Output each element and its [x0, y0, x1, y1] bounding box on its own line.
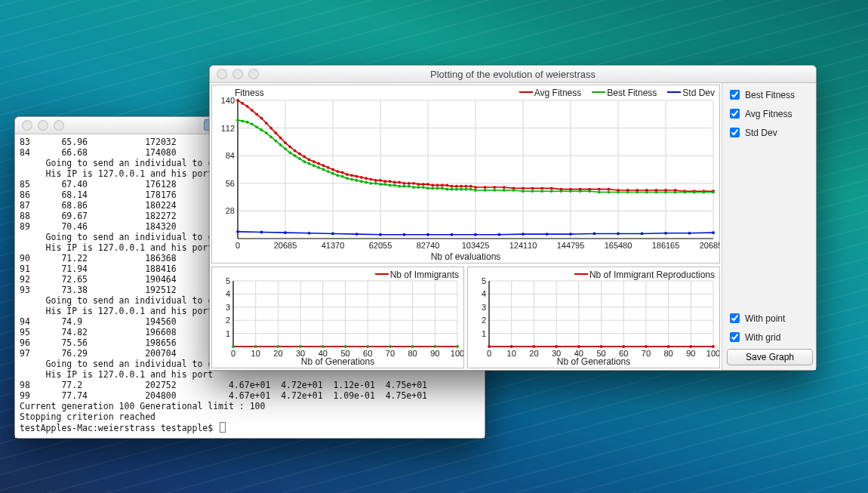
minimize-icon[interactable] — [232, 69, 243, 79]
svg-point-295 — [689, 346, 692, 349]
checkbox-with-point[interactable]: With point — [727, 311, 813, 325]
svg-point-64 — [379, 179, 382, 182]
immigrants-chart[interactable]: 010203040506070809010012345Nb of Immigra… — [211, 267, 464, 368]
checkbox-with-grid[interactable]: With grid — [727, 330, 813, 344]
svg-point-198 — [522, 233, 525, 236]
svg-point-167 — [540, 189, 543, 193]
svg-point-151 — [431, 186, 434, 189]
svg-point-194 — [426, 233, 429, 236]
svg-point-165 — [522, 189, 525, 193]
svg-text:3: 3 — [482, 303, 486, 312]
close-icon[interactable] — [217, 69, 227, 79]
plot-content: 0206854137062055827401034251241101447951… — [210, 83, 816, 370]
traffic-lights[interactable] — [15, 120, 64, 131]
svg-point-200 — [569, 233, 572, 236]
svg-point-58 — [350, 174, 353, 177]
close-icon[interactable] — [22, 120, 32, 131]
svg-point-292 — [622, 346, 625, 349]
svg-point-204 — [664, 232, 667, 235]
svg-text:84: 84 — [226, 151, 235, 160]
checkbox-label: Best Fitness — [745, 90, 795, 100]
zoom-icon[interactable] — [248, 69, 259, 79]
traffic-lights[interactable] — [210, 69, 259, 79]
svg-text:1: 1 — [482, 329, 486, 338]
fitness-chart[interactable]: 0206854137062055827401034251241101447951… — [211, 85, 720, 263]
checkbox-label: With point — [745, 313, 785, 324]
svg-point-251 — [456, 346, 459, 349]
svg-point-296 — [712, 346, 715, 349]
svg-point-71 — [412, 182, 415, 185]
checkbox-avg-fitness[interactable]: Avg Fitness — [727, 106, 813, 121]
checkbox-std-dev[interactable]: Std Dev — [727, 125, 813, 140]
svg-point-135 — [356, 179, 359, 182]
svg-point-154 — [445, 188, 448, 191]
svg-point-176 — [626, 191, 629, 194]
svg-point-147 — [412, 186, 415, 189]
svg-point-138 — [370, 182, 373, 185]
svg-text:2: 2 — [482, 316, 486, 325]
minimize-icon[interactable] — [38, 120, 48, 131]
checkbox-input[interactable] — [730, 109, 740, 119]
svg-point-86 — [493, 186, 496, 189]
svg-text:124110: 124110 — [509, 241, 537, 250]
svg-point-160 — [474, 189, 477, 192]
svg-point-128 — [322, 168, 325, 171]
checkbox-input[interactable] — [730, 332, 740, 342]
checkbox-best-fitness[interactable]: Best Fitness — [727, 88, 813, 102]
svg-point-191 — [356, 233, 359, 236]
plot-titlebar[interactable]: Plotting of the evolution of weierstrass — [210, 66, 816, 83]
svg-point-249 — [411, 346, 414, 349]
svg-text:62055: 62055 — [369, 241, 392, 250]
svg-point-164 — [512, 189, 516, 192]
svg-point-183 — [693, 191, 696, 194]
svg-point-127 — [317, 166, 320, 169]
svg-point-82 — [465, 185, 468, 188]
save-graph-button[interactable]: Save Graph — [727, 349, 813, 365]
svg-point-39 — [260, 117, 263, 120]
svg-point-97 — [598, 188, 601, 191]
checkbox-input[interactable] — [730, 128, 740, 137]
svg-point-133 — [346, 177, 349, 180]
svg-point-123 — [298, 157, 301, 160]
svg-point-84 — [474, 186, 477, 189]
svg-point-203 — [641, 233, 644, 236]
svg-point-117 — [269, 135, 272, 138]
svg-point-65 — [383, 180, 386, 183]
svg-text:41370: 41370 — [322, 241, 345, 250]
svg-point-77 — [441, 184, 444, 187]
plot-window[interactable]: Plotting of the evolution of weierstrass… — [209, 65, 817, 371]
svg-point-87 — [503, 186, 506, 189]
svg-point-63 — [374, 179, 377, 182]
svg-point-181 — [674, 191, 677, 194]
svg-point-188 — [284, 231, 287, 234]
immigrant-repro-chart[interactable]: 010203040506070809010012345Nb of Immigra… — [467, 267, 720, 368]
svg-text:3: 3 — [226, 303, 230, 312]
zoom-icon[interactable] — [54, 120, 64, 131]
svg-point-161 — [484, 189, 487, 192]
svg-point-41 — [269, 127, 272, 130]
svg-point-53 — [327, 166, 330, 169]
svg-point-122 — [294, 154, 297, 157]
svg-point-92 — [550, 186, 553, 189]
svg-point-112 — [246, 121, 249, 124]
svg-point-67 — [393, 181, 396, 184]
side-panel: Best Fitness Avg Fitness Std Dev With po… — [722, 83, 816, 370]
checkbox-input[interactable] — [730, 313, 740, 323]
svg-point-288 — [533, 346, 536, 349]
svg-point-51 — [317, 162, 320, 165]
svg-text:0: 0 — [235, 241, 240, 250]
svg-point-196 — [474, 233, 477, 236]
svg-text:206850: 206850 — [700, 241, 719, 250]
svg-point-35 — [241, 102, 244, 105]
svg-point-244 — [299, 346, 302, 349]
svg-point-172 — [588, 189, 591, 193]
svg-point-182 — [683, 191, 686, 194]
svg-point-187 — [260, 231, 263, 234]
checkbox-input[interactable] — [730, 90, 740, 100]
svg-point-136 — [360, 180, 363, 183]
svg-point-174 — [608, 191, 611, 194]
svg-point-34 — [236, 99, 239, 102]
svg-point-52 — [322, 164, 325, 167]
svg-text:165480: 165480 — [605, 241, 633, 250]
svg-point-72 — [417, 183, 420, 186]
